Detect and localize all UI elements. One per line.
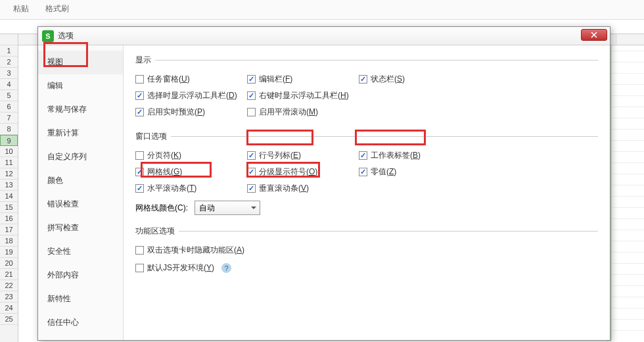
checkbox-icon[interactable]: [135, 264, 144, 272]
dialog-title: 选项: [58, 30, 74, 41]
section-ribbon-area: 功能区选项 双击选项卡时隐藏功能区(A)默认JS开发环境(Y)?: [135, 226, 598, 279]
checkbox-icon[interactable]: [135, 168, 144, 176]
options-dialog: S 选项 视图编辑常规与保存重新计算自定义序列颜色错误检查拼写检查安全性外部内容…: [37, 26, 610, 341]
sidebar-item[interactable]: 自定义功能区: [38, 335, 123, 340]
row-header[interactable]: 4: [0, 79, 18, 90]
sidebar-item[interactable]: 拼写检查: [38, 216, 123, 240]
sidebar-item[interactable]: 错误检查: [38, 193, 123, 216]
checkbox-option[interactable]: 分级显示符号(O): [247, 166, 359, 178]
sidebar-item[interactable]: 常规与保存: [38, 98, 123, 122]
close-icon: [591, 32, 597, 38]
checkbox-icon[interactable]: [247, 108, 256, 116]
checkbox-option[interactable]: 启用平滑滚动(M): [247, 107, 359, 118]
sidebar-item[interactable]: 编辑: [38, 74, 123, 98]
row-header[interactable]: 15: [0, 202, 18, 213]
row-header[interactable]: 1: [0, 45, 18, 57]
row-header[interactable]: 10: [0, 146, 18, 157]
row-header[interactable]: 23: [0, 291, 18, 303]
row-header[interactable]: 24: [0, 303, 18, 314]
row-header[interactable]: 12: [0, 168, 18, 180]
checkbox-label: 分级显示符号(O): [259, 166, 317, 178]
row-header[interactable]: 6: [0, 101, 18, 112]
checkbox-label: 选择时显示浮动工具栏(D): [147, 90, 237, 101]
checkbox-option[interactable]: 工作表标签(B): [359, 150, 471, 161]
row-header[interactable]: 25: [0, 314, 18, 325]
checkbox-icon[interactable]: [247, 168, 256, 176]
checkbox-label: 启用平滑滚动(M): [259, 107, 318, 118]
checkbox-label: 零值(Z): [371, 166, 396, 178]
checkbox-label: 编辑栏(F): [259, 74, 292, 85]
sidebar-item[interactable]: 重新计算: [38, 122, 123, 145]
row-headers: 1 2 3 4 5 6 7 8 9 10 11 12 13 14 15 16 1…: [0, 34, 18, 342]
checkbox-option[interactable]: 零值(Z): [359, 166, 471, 178]
sidebar-item[interactable]: 信任中心: [38, 311, 123, 335]
content-panel: 显示 任务窗格(U)编辑栏(F)状态栏(S)选择时显示浮动工具栏(D)右键时显示…: [124, 45, 610, 340]
checkbox-option[interactable]: 任务窗格(U): [135, 74, 247, 85]
checkbox-label: 分页符(K): [147, 150, 181, 161]
section-display: 显示 任务窗格(U)编辑栏(F)状态栏(S)选择时显示浮动工具栏(D)右键时显示…: [135, 55, 598, 123]
row-header-selected[interactable]: 9: [0, 135, 18, 146]
sidebar-item[interactable]: 新特性: [38, 287, 123, 311]
row-header[interactable]: 11: [0, 157, 18, 168]
checkbox-icon[interactable]: [247, 151, 256, 160]
row-header[interactable]: 8: [0, 124, 18, 135]
checkbox-option[interactable]: 网格线(G): [135, 166, 247, 178]
ribbon: 粘贴 格式刷: [0, 0, 644, 20]
checkbox-icon[interactable]: [359, 168, 367, 176]
row-header[interactable]: 17: [0, 224, 18, 235]
checkbox-option[interactable]: 状态栏(S): [359, 74, 471, 85]
checkbox-icon[interactable]: [135, 151, 144, 160]
grid-column[interactable]: [611, 45, 644, 341]
ribbon-items: 粘贴 格式刷: [0, 0, 644, 18]
row-header[interactable]: 20: [0, 258, 18, 269]
app-logo-icon: S: [42, 30, 54, 42]
row-header[interactable]: 18: [0, 235, 18, 247]
checkbox-option[interactable]: 右键时显示浮动工具栏(H): [247, 90, 359, 101]
checkbox-icon[interactable]: [359, 151, 367, 160]
section-legend: 功能区选项: [135, 226, 179, 237]
row-header[interactable]: 3: [0, 68, 18, 79]
checkbox-icon[interactable]: [247, 184, 256, 193]
row-header[interactable]: 5: [0, 90, 18, 101]
checkbox-label: 双击选项卡时隐藏功能区(A): [147, 245, 244, 256]
section-window: 窗口选项 分页符(K)行号列标(E)工作表标签(B)网格线(G)分级显示符号(O…: [135, 131, 598, 218]
row-header[interactable]: 7: [0, 112, 18, 124]
help-icon[interactable]: ?: [221, 263, 231, 273]
sidebar: 视图编辑常规与保存重新计算自定义序列颜色错误检查拼写检查安全性外部内容新特性信任…: [38, 45, 124, 340]
checkbox-option[interactable]: 垂直滚动条(V): [247, 183, 359, 194]
checkbox-option[interactable]: 启用实时预览(P): [135, 107, 247, 118]
row-header[interactable]: 14: [0, 191, 18, 202]
ribbon-item[interactable]: 格式刷: [45, 3, 69, 14]
checkbox-icon[interactable]: [247, 75, 256, 84]
sidebar-item[interactable]: 自定义序列: [38, 145, 123, 169]
checkbox-option[interactable]: 水平滚动条(T): [135, 183, 247, 194]
gridcolor-dropdown[interactable]: 自动: [195, 201, 260, 215]
checkbox-icon[interactable]: [135, 75, 144, 84]
close-button[interactable]: [581, 29, 607, 41]
checkbox-option[interactable]: 分页符(K): [135, 150, 247, 161]
dialog-titlebar[interactable]: S 选项: [38, 27, 610, 45]
checkbox-option[interactable]: 双击选项卡时隐藏功能区(A): [135, 245, 598, 256]
checkbox-icon[interactable]: [135, 184, 144, 193]
checkbox-icon[interactable]: [135, 246, 144, 255]
ribbon-item[interactable]: 粘贴: [13, 3, 29, 14]
row-header[interactable]: 19: [0, 247, 18, 258]
checkbox-option[interactable]: 选择时显示浮动工具栏(D): [135, 90, 247, 101]
checkbox-icon[interactable]: [247, 91, 256, 100]
checkbox-icon[interactable]: [135, 91, 144, 100]
sidebar-item[interactable]: 外部内容: [38, 264, 123, 287]
checkbox-option[interactable]: 默认JS开发环境(Y)?: [135, 262, 598, 274]
checkbox-option[interactable]: 行号列标(E): [247, 150, 359, 161]
row-header[interactable]: 16: [0, 213, 18, 224]
sidebar-item[interactable]: 颜色: [38, 169, 123, 193]
row-header[interactable]: 2: [0, 57, 18, 68]
sidebar-item[interactable]: 视图: [38, 51, 123, 74]
row-header[interactable]: 22: [0, 280, 18, 291]
checkbox-icon[interactable]: [135, 108, 144, 116]
row-header[interactable]: 21: [0, 269, 18, 280]
row-header[interactable]: 13: [0, 180, 18, 191]
checkbox-icon[interactable]: [359, 75, 367, 84]
sidebar-item[interactable]: 安全性: [38, 240, 123, 264]
section-legend: 显示: [135, 55, 155, 66]
checkbox-option[interactable]: 编辑栏(F): [247, 74, 359, 85]
